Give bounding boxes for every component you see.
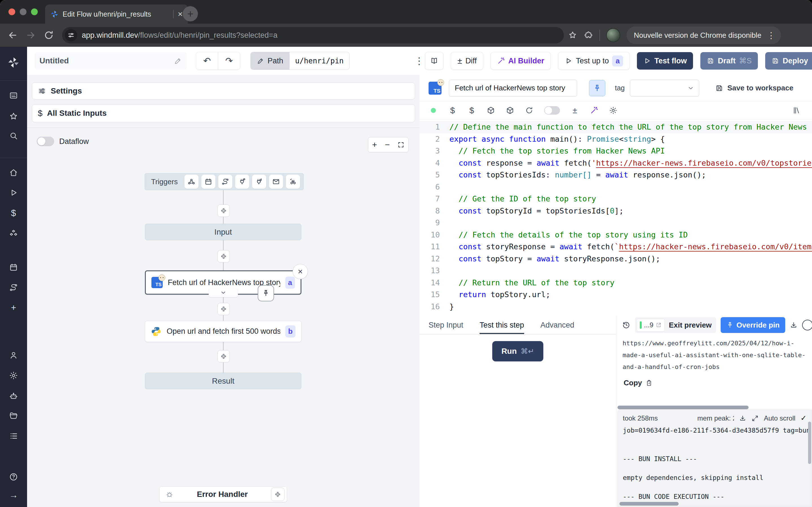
draft-save-button[interactable]: Draft ⌘S [700,52,758,69]
step-b-node[interactable]: Open url and fetch first 500 words of ..… [145,321,301,342]
step-title-input[interactable] [449,80,577,97]
run-button[interactable]: Run ⌘↵ [492,341,543,361]
editor-status-dot-icon[interactable] [429,106,438,115]
tag-select[interactable] [630,80,699,97]
editor-diff-icon[interactable]: ± [571,106,579,115]
sidebar-settings-icon[interactable] [9,371,18,380]
remove-step-icon[interactable]: × [293,264,308,279]
browser-menu-icon[interactable]: ⋮ [764,31,778,40]
diff-button[interactable]: ± Diff [451,52,483,70]
expand-logs-icon[interactable] [751,414,759,422]
tab-close-icon[interactable]: × [177,10,183,18]
history-icon[interactable] [622,321,630,329]
forward-icon[interactable] [26,30,36,41]
sidebar-audit-logs-icon[interactable] [9,432,18,441]
path-button[interactable]: Path u/henri/pin [250,52,350,70]
sidebar-help-icon[interactable] [9,472,18,482]
sidebar-workers-icon[interactable] [9,392,18,400]
auto-scroll-label[interactable]: Auto scroll [764,414,795,422]
add-step-button[interactable] [217,350,230,362]
trigger-websocket-icon[interactable] [235,175,249,189]
add-step-button[interactable] [217,250,230,263]
address-bar[interactable]: app.windmill.dev/flows/edit/u/henri/pin_… [62,27,564,43]
code-editor[interactable]: 1// Define the main function to fetch th… [419,119,812,316]
browser-tab[interactable]: Edit Flow u/henri/pin_results × [45,4,188,24]
redo-button[interactable]: ↷ [218,52,240,69]
pinned-indicator-icon[interactable] [258,285,274,301]
sidebar-variables-icon[interactable]: $ [9,209,18,217]
test-up-to-button[interactable]: Test up to a [558,52,629,70]
site-settings-icon[interactable] [65,29,77,41]
editor-reload-icon[interactable] [525,106,534,115]
override-pin-button[interactable]: Override pin [721,317,785,333]
editor-package-icon[interactable] [487,106,495,115]
collapse-step-icon[interactable] [209,288,238,297]
job-pill[interactable]: ...9 [637,319,665,332]
profile-avatar[interactable] [606,28,620,42]
dataflow-toggle[interactable] [37,136,54,146]
copy-button[interactable]: Copy [624,379,812,387]
tab-step-input[interactable]: Step Input [428,316,463,334]
bookmark-star-icon[interactable] [568,31,577,40]
horizontal-scrollbar[interactable] [619,502,679,506]
close-window-button[interactable] [8,8,15,15]
sidebar-favorites-icon[interactable] [9,112,18,121]
editor-library-icon[interactable] [792,106,801,115]
add-error-handler-icon[interactable] [271,488,285,501]
horizontal-scrollbar[interactable] [617,406,749,409]
trigger-kafka-icon[interactable] [252,175,266,189]
zoom-out-button[interactable]: − [385,140,390,150]
editor-dollar-icon[interactable]: $ [448,106,457,115]
sidebar-user-icon[interactable] [9,351,18,360]
back-icon[interactable] [7,30,18,41]
trigger-schedule-icon[interactable] [201,175,215,189]
trigger-webhook-icon[interactable] [185,175,199,189]
log-output[interactable]: job=019634fd-e186-211f-5364-d3e4385d57f9… [618,424,812,503]
editor-package-icon[interactable] [506,106,514,115]
flow-settings-row[interactable]: Settings [32,82,415,100]
input-node[interactable]: Input [145,224,301,240]
sidebar-add-icon[interactable]: + [9,303,18,312]
zoom-window-button[interactable] [31,8,38,15]
sidebar-collapse-icon[interactable]: → [9,490,18,499]
sidebar-folders-icon[interactable] [9,411,18,420]
trigger-http-route-icon[interactable] [218,175,232,189]
editor-dollar-icon[interactable]: $ [467,106,476,115]
deploy-button[interactable]: Deploy [765,52,812,69]
sidebar-schedules-icon[interactable] [9,263,18,272]
sidebar-routes-icon[interactable] [9,283,18,292]
add-step-button[interactable] [217,205,230,217]
result-node[interactable]: Result [145,373,301,389]
triggers-node[interactable]: Triggers [145,173,304,190]
more-options-icon[interactable]: ⋮ [414,55,424,66]
sidebar-resources-icon[interactable] [9,229,18,238]
fit-view-icon[interactable] [398,142,404,148]
undo-button[interactable]: ↶ [196,52,218,69]
extensions-puzzle-icon[interactable] [583,31,593,40]
zoom-in-button[interactable]: + [372,140,377,150]
trigger-poll-icon[interactable] [286,175,300,189]
info-circle-icon[interactable] [802,320,812,330]
add-step-button[interactable] [217,303,230,315]
trigger-email-icon[interactable] [269,175,283,189]
pin-toggle-button[interactable] [589,80,605,96]
editor-toggle-icon[interactable] [544,106,560,115]
docs-book-button[interactable] [425,52,444,70]
download-logs-icon[interactable] [739,414,746,422]
download-result-icon[interactable] [790,321,798,329]
new-tab-button[interactable]: + [183,6,198,21]
editor-settings-gear-icon[interactable] [609,106,617,115]
checkmark-icon[interactable]: ✓ [801,414,807,422]
test-flow-button[interactable]: Test flow [637,52,693,69]
error-handler-node[interactable]: Error Handler [159,487,287,502]
exit-preview-button[interactable]: Exit preview [669,321,712,330]
sidebar-app-switcher-icon[interactable] [9,91,18,100]
ai-builder-button[interactable]: AI Builder [491,52,551,70]
vertical-scrollbar[interactable] [808,421,811,464]
chrome-update-button[interactable]: Nouvelle version de Chrome disponible ⋮ [626,26,781,44]
external-link-icon[interactable] [656,322,662,328]
save-to-workspace-button[interactable]: Save to workspace [715,83,794,93]
edit-pencil-icon[interactable] [174,57,182,65]
sidebar-home-icon[interactable] [9,168,18,177]
all-static-inputs-row[interactable]: $ All Static Inputs [32,104,415,122]
